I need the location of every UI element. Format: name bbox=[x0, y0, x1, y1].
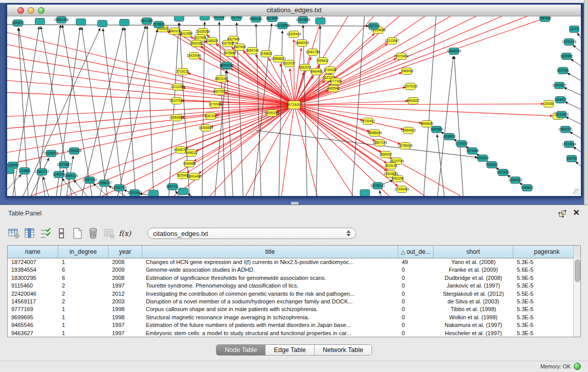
black-edge[interactable] bbox=[454, 56, 463, 196]
teal-node[interactable] bbox=[175, 16, 184, 21]
black-edge[interactable] bbox=[43, 177, 49, 196]
table-row[interactable]: 977716911998Corpus callosum shape and si… bbox=[8, 305, 580, 313]
black-edge[interactable] bbox=[7, 174, 21, 196]
red-edge[interactable] bbox=[294, 39, 294, 105]
node-label: 18807249 bbox=[373, 141, 387, 144]
teal-node[interactable] bbox=[179, 188, 188, 195]
tab-node-table[interactable]: Node Table bbox=[216, 345, 266, 355]
tab-network-table[interactable]: Network Table bbox=[315, 345, 372, 355]
black-edge[interactable] bbox=[565, 102, 581, 111]
black-edge[interactable] bbox=[573, 45, 581, 54]
table-row[interactable]: 1830029562008Estimation of significance … bbox=[8, 274, 580, 282]
black-edge[interactable] bbox=[576, 162, 581, 168]
red-edge[interactable] bbox=[294, 105, 403, 129]
teal-node[interactable] bbox=[35, 18, 45, 25]
black-edge[interactable] bbox=[188, 194, 192, 196]
column-header-year[interactable]: year bbox=[108, 246, 142, 258]
teal-node[interactable] bbox=[200, 16, 210, 20]
table-row[interactable]: 1938455462009Genome-wide association stu… bbox=[8, 266, 580, 274]
column-header-pagerank[interactable]: pagerank bbox=[513, 246, 580, 258]
close-panel-icon[interactable]: ✕ bbox=[573, 208, 580, 217]
table-row[interactable]: 946554611997Estimation of the future num… bbox=[8, 321, 580, 329]
red-edge[interactable] bbox=[7, 68, 294, 105]
red-edge[interactable] bbox=[294, 73, 402, 105]
select-all-icon[interactable] bbox=[39, 227, 52, 240]
teal-node[interactable] bbox=[360, 190, 370, 196]
column-header-title[interactable]: title bbox=[142, 246, 398, 258]
node-label: 6671385 bbox=[141, 19, 154, 23]
float-panel-icon[interactable] bbox=[558, 210, 567, 218]
black-edge[interactable] bbox=[82, 27, 107, 196]
statusbar: Memory: OK bbox=[540, 363, 581, 370]
table-row[interactable]: 911546021997Tourette syndrome. Phenomeno… bbox=[8, 282, 580, 290]
delete-table-icon[interactable] bbox=[86, 227, 100, 240]
function-builder-icon[interactable]: f(x) bbox=[118, 227, 132, 240]
black-edge[interactable] bbox=[379, 190, 381, 196]
table-vertical-scrollbar[interactable] bbox=[573, 258, 580, 337]
red-edge[interactable] bbox=[294, 48, 301, 105]
column-header-name[interactable]: name bbox=[8, 246, 58, 258]
column-header-out_degree[interactable]: △out_de... bbox=[398, 246, 433, 258]
table-row[interactable]: 1872400712008Changes of HCN gene express… bbox=[8, 258, 580, 266]
sort-ascending-icon: △ bbox=[401, 249, 405, 255]
black-edge[interactable] bbox=[352, 16, 364, 196]
table-row[interactable]: 969969511998Structural magnetic resonanc… bbox=[8, 314, 580, 321]
red-edge[interactable] bbox=[294, 16, 425, 105]
black-edge[interactable] bbox=[570, 132, 581, 140]
table-row[interactable]: 946362711997Embryonic stem cells: a mode… bbox=[8, 330, 580, 337]
tab-edge-table[interactable]: Edge Table bbox=[266, 345, 314, 355]
black-edge[interactable] bbox=[573, 147, 581, 154]
node-label: 18724007 bbox=[286, 103, 302, 106]
red-edge[interactable] bbox=[294, 104, 543, 105]
node-label: 9127508 bbox=[194, 36, 207, 39]
node-label: 3170046 bbox=[209, 102, 222, 106]
table-selector-dropdown[interactable]: citations_edges.txt bbox=[147, 228, 356, 239]
cell-name: 9115460 bbox=[8, 282, 58, 290]
black-edge[interactable] bbox=[571, 59, 581, 68]
table-row[interactable]: 1456911722003Disruption of a novel membe… bbox=[8, 298, 580, 305]
table-settings-icon[interactable] bbox=[7, 227, 20, 240]
black-edge[interactable] bbox=[147, 26, 154, 196]
table-header-row[interactable]: namein_degreeyeartitle△out_de...shortpag… bbox=[8, 246, 580, 258]
teal-node[interactable] bbox=[120, 19, 129, 26]
node-layer: 1872400774638228860124891295422426058912… bbox=[7, 16, 579, 196]
black-edge[interactable] bbox=[7, 25, 368, 26]
network-window-titlebar[interactable]: citations_edges.txt bbox=[7, 5, 581, 16]
black-edge[interactable] bbox=[118, 30, 158, 196]
scrollbar-thumb[interactable] bbox=[575, 259, 580, 282]
teal-node[interactable] bbox=[76, 19, 86, 26]
black-edge[interactable] bbox=[564, 87, 581, 96]
cell-pagerank: 5.3E-5 bbox=[513, 321, 580, 329]
red-edge[interactable] bbox=[7, 31, 294, 105]
red-edge[interactable] bbox=[281, 105, 294, 196]
column-header-short[interactable]: short bbox=[433, 246, 513, 258]
black-edge[interactable] bbox=[424, 16, 436, 196]
black-edge[interactable] bbox=[568, 73, 581, 82]
teal-node[interactable] bbox=[98, 20, 107, 27]
black-edge[interactable] bbox=[437, 135, 444, 196]
red-edge[interactable] bbox=[294, 105, 353, 196]
column-header-in_degree[interactable]: in_degree bbox=[58, 246, 108, 258]
table-row[interactable]: 2242004622012Investigating the contribut… bbox=[8, 290, 580, 298]
black-edge[interactable] bbox=[219, 22, 225, 196]
table-tab-group: Node TableEdge TableNetwork Table bbox=[216, 344, 372, 356]
node-label: 8471626 bbox=[497, 170, 510, 174]
red-edge[interactable] bbox=[102, 105, 294, 196]
selection-boxes-icon[interactable] bbox=[55, 227, 68, 240]
teal-node[interactable] bbox=[316, 18, 325, 25]
teal-node[interactable] bbox=[149, 190, 159, 196]
network-canvas[interactable]: 1872400774638228860124891295422426058912… bbox=[7, 16, 581, 196]
black-edge[interactable] bbox=[56, 27, 80, 196]
black-edge[interactable] bbox=[577, 33, 581, 41]
new-table-icon[interactable] bbox=[71, 227, 84, 240]
window-resize-grip[interactable] bbox=[573, 188, 580, 195]
cell-name: 22420046 bbox=[8, 290, 58, 298]
cell-out_degree: 0 bbox=[398, 266, 433, 274]
red-edge[interactable] bbox=[290, 69, 294, 105]
table-body[interactable]: 1872400712008Changes of HCN gene express… bbox=[8, 258, 580, 337]
teal-node[interactable] bbox=[7, 167, 14, 174]
show-column-icon[interactable] bbox=[23, 227, 36, 240]
network-window[interactable]: citations_edges.txt 18724007746382288601… bbox=[6, 3, 582, 198]
black-edge[interactable] bbox=[566, 117, 581, 125]
cell-in_degree: 1 bbox=[58, 330, 108, 337]
